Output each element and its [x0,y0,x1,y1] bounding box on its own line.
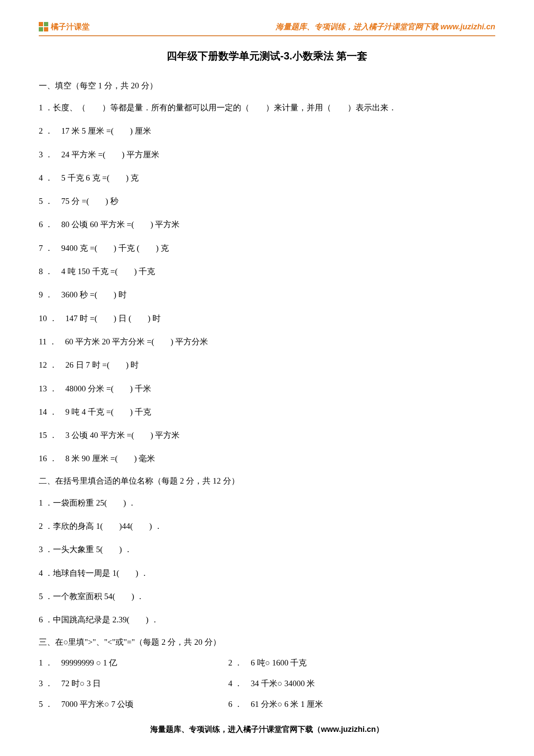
s1-q16: 16 ． 8 米 90 厘米 =( ) 毫米 [39,452,495,465]
page-title: 四年级下册数学单元测试-3.小数乘法 第一套 [39,49,495,63]
page-header: 橘子汁课堂 海量题库、专项训练，进入橘子汁课堂官网下载 www.juzizhi.… [39,22,495,36]
s1-q2: 2 ． 17 米 5 厘米 =( ) 厘米 [39,124,495,138]
s1-q15: 15 ． 3 公顷 40 平方米 =( ) 平方米 [39,428,495,442]
s2-q3: 3 ．一头大象重 5( ) ． [39,543,495,556]
section-2-heading: 二、在括号里填合适的单位名称（每题 2 分，共 12 分） [39,475,495,487]
header-link-text: 海量题库、专项训练，进入橘子汁课堂官网下载 www.juzizhi.cn [276,22,495,32]
s2-q1: 1 ．一袋面粉重 25( ) ． [39,496,495,510]
page-footer: 海量题库、专项训练，进入橘子汁课堂官网下载（www.juzizhi.cn） [0,724,534,734]
s1-q4: 4 ． 5 千克 6 克 =( ) 克 [39,171,495,185]
s1-q9: 9 ． 3600 秒 =( ) 时 [39,288,495,302]
s3-q2: 2 ． 6 吨○ 1600 千克 [228,657,383,669]
s2-q2: 2 ．李欣的身高 1( )44( ) ． [39,519,495,533]
s3-q4: 4 ． 34 千米○ 34000 米 [228,678,383,689]
s1-q12: 12 ． 26 日 7 时 =( ) 时 [39,358,495,372]
s1-q7: 7 ． 9400 克 =( ) 千克 ( ) 克 [39,241,495,255]
section-1-heading: 一、填空（每空 1 分，共 20 分） [39,80,495,91]
logo-icon [39,22,48,31]
s3-q6: 6 ． 61 分米○ 6 米 1 厘米 [228,699,383,710]
s1-q14: 14 ． 9 吨 4 千克 =( ) 千克 [39,405,495,419]
s3-row3: 5 ． 7000 平方米○ 7 公顷 6 ． 61 分米○ 6 米 1 厘米 [39,699,495,710]
s1-q10: 10 ． 147 时 =( ) 日 ( ) 时 [39,312,495,325]
s3-q1: 1 ． 99999999 ○ 1 亿 [39,657,194,669]
s2-q6: 6 ．中国跳高纪录是 2.39( ) ． [39,613,495,627]
s1-q8: 8 ． 4 吨 150 千克 =( ) 千克 [39,265,495,278]
s3-q3: 3 ． 72 时○ 3 日 [39,678,194,689]
s3-row1: 1 ． 99999999 ○ 1 亿 2 ． 6 吨○ 1600 千克 [39,657,495,669]
s1-q1: 1 ．长度、（ ）等都是量．所有的量都可以用一定的（ ）来计量，并用（ ）表示出… [39,101,495,115]
s1-q6: 6 ． 80 公顷 60 平方米 =( ) 平方米 [39,218,495,231]
s2-q4: 4 ．地球自转一周是 1( ) ． [39,566,495,580]
s1-q13: 13 ． 48000 分米 =( ) 千米 [39,382,495,396]
section-3-heading: 三、在○里填">"、"<"或"="（每题 2 分，共 20 分） [39,637,495,648]
s1-q3: 3 ． 24 平方米 =( ) 平方厘米 [39,148,495,162]
logo-text: 橘子汁课堂 [51,22,90,32]
s3-q5: 5 ． 7000 平方米○ 7 公顷 [39,699,194,710]
s1-q11: 11 ． 60 平方米 20 平方分米 =( ) 平方分米 [39,335,495,349]
s1-q5: 5 ． 75 分 =( ) 秒 [39,194,495,208]
logo: 橘子汁课堂 [39,22,90,32]
s3-row2: 3 ． 72 时○ 3 日 4 ． 34 千米○ 34000 米 [39,678,495,689]
s2-q5: 5 ．一个教室面积 54( ) ． [39,590,495,603]
